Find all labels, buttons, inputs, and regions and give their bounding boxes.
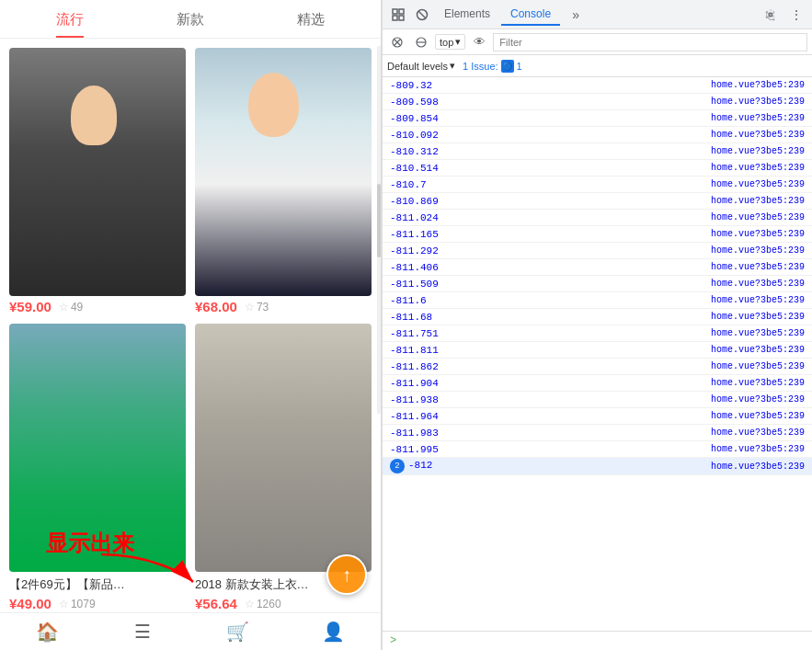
devtools-settings-icon[interactable] <box>760 4 782 26</box>
console-log[interactable]: -809.32home.vue?3be5:239-809.598home.vue… <box>383 77 812 631</box>
log-link[interactable]: home.vue?3be5:239 <box>711 179 805 189</box>
log-row: -811.811home.vue?3be5:239 <box>383 342 812 359</box>
log-value: -811.751 <box>390 328 711 339</box>
log-link[interactable]: home.vue?3be5:239 <box>711 80 805 90</box>
log-value: -811.6 <box>390 295 711 306</box>
nav-profile[interactable]: 👤 <box>286 621 382 643</box>
log-value: 2-812 <box>390 459 711 473</box>
log-value: -811.964 <box>390 411 711 422</box>
log-link[interactable]: home.vue?3be5:239 <box>711 163 805 173</box>
tab-bar: 流行 新款 精选 <box>0 0 381 39</box>
product-meta-4: ¥56.64 ☆ 1260 <box>195 596 372 611</box>
log-link[interactable]: home.vue?3be5:239 <box>711 130 805 140</box>
log-value: -809.598 <box>390 97 711 108</box>
log-value: -811.983 <box>390 428 711 439</box>
log-row: -811.904home.vue?3be5:239 <box>383 375 812 392</box>
nav-home[interactable]: 🏠 <box>0 621 96 643</box>
context-dropdown[interactable]: top ▾ <box>435 34 465 50</box>
scroll-thumb[interactable] <box>377 184 381 257</box>
product-card-1[interactable]: ¥59.00 ☆ 49 <box>5 43 190 319</box>
log-link[interactable]: home.vue?3be5:239 <box>711 279 805 289</box>
product-meta-2: ¥68.00 ☆ 73 <box>195 299 372 314</box>
log-row: -811.751home.vue?3be5:239 <box>383 325 812 342</box>
annotation-arrow <box>92 545 202 595</box>
product-stars-3: ☆ 1079 <box>59 598 96 610</box>
log-link[interactable]: home.vue?3be5:239 <box>711 245 805 256</box>
log-link[interactable]: home.vue?3be5:239 <box>711 312 805 322</box>
product-image-4 <box>195 324 372 572</box>
log-value: -811.68 <box>390 312 711 323</box>
log-value: -809.854 <box>390 113 711 124</box>
nav-menu[interactable]: ☰ <box>96 621 191 643</box>
nav-cart[interactable]: 🛒 <box>190 621 286 643</box>
log-link[interactable]: home.vue?3be5:239 <box>711 295 805 305</box>
tab-trending[interactable]: 流行 <box>9 0 130 38</box>
devtools-tab-elements[interactable]: Elements <box>435 4 499 26</box>
log-link[interactable]: home.vue?3be5:239 <box>711 394 805 405</box>
devtools-tab-console[interactable]: Console <box>501 4 560 26</box>
log-row: -811.983home.vue?3be5:239 <box>383 425 812 441</box>
devtools-block-icon[interactable] <box>411 4 433 26</box>
log-link[interactable]: home.vue?3be5:239 <box>711 196 805 206</box>
product-price-4: ¥56.64 <box>195 596 237 611</box>
back-to-top-button[interactable]: ↑ <box>326 554 367 595</box>
log-row: -810.869home.vue?3be5:239 <box>383 193 812 210</box>
product-price-2: ¥68.00 <box>195 299 237 314</box>
log-row: 2-812home.vue?3be5:239 <box>383 458 812 475</box>
log-link[interactable]: home.vue?3be5:239 <box>711 345 805 355</box>
issue-icon: 🔵 <box>501 60 514 73</box>
product-card-2[interactable]: ¥68.00 ☆ 73 <box>190 43 376 319</box>
console-block-btn[interactable] <box>411 32 431 52</box>
log-row: -811.964home.vue?3be5:239 <box>383 408 812 425</box>
prompt-symbol: > <box>390 634 396 647</box>
log-link[interactable]: home.vue?3be5:239 <box>711 428 805 438</box>
tab-featured[interactable]: 精选 <box>251 0 372 38</box>
log-row: -811.292home.vue?3be5:239 <box>383 243 812 259</box>
log-row: -811.68home.vue?3be5:239 <box>383 309 812 325</box>
log-value: -810.7 <box>390 179 711 190</box>
log-value: -811.292 <box>390 245 711 257</box>
log-link[interactable]: home.vue?3be5:239 <box>711 146 805 156</box>
product-meta-3: ¥49.00 ☆ 1079 <box>9 596 186 611</box>
log-link[interactable]: home.vue?3be5:239 <box>711 229 805 239</box>
tab-new[interactable]: 新款 <box>130 0 250 38</box>
console-clear-btn[interactable] <box>387 32 407 52</box>
log-link[interactable]: home.vue?3be5:239 <box>711 378 805 388</box>
devtools-more-tabs-icon[interactable]: » <box>565 4 587 26</box>
log-link[interactable]: home.vue?3be5:239 <box>711 97 805 107</box>
log-link[interactable]: home.vue?3be5:239 <box>711 113 805 123</box>
log-row: -811.406home.vue?3be5:239 <box>383 259 812 276</box>
log-row: -811.6home.vue?3be5:239 <box>383 292 812 309</box>
devtools-tab-bar: Elements Console » ⋮ <box>383 0 812 29</box>
star-icon-2: ☆ <box>245 301 255 314</box>
log-value: -811.938 <box>390 394 711 405</box>
log-row: -810.312home.vue?3be5:239 <box>383 143 812 160</box>
log-value: -811.165 <box>390 229 711 240</box>
eye-icon[interactable]: 👁 <box>469 32 489 52</box>
log-link[interactable]: home.vue?3be5:239 <box>711 411 805 421</box>
devtools-inspect-icon[interactable] <box>387 4 409 26</box>
product-image-2 <box>195 48 372 296</box>
log-value: -810.869 <box>390 196 711 207</box>
devtools-more-options-icon[interactable]: ⋮ <box>785 4 807 26</box>
log-row: -809.854home.vue?3be5:239 <box>383 110 812 127</box>
log-value: -811.509 <box>390 279 711 290</box>
log-link[interactable]: home.vue?3be5:239 <box>711 444 805 454</box>
log-value: -810.092 <box>390 130 711 141</box>
filter-input[interactable] <box>493 33 807 51</box>
svg-rect-4 <box>399 16 404 20</box>
product-price-1: ¥59.00 <box>9 299 51 314</box>
bottom-nav: 🏠 ☰ 🛒 👤 <box>0 612 381 650</box>
log-value: -811.862 <box>390 361 711 372</box>
log-link[interactable]: home.vue?3be5:239 <box>711 328 805 338</box>
levels-dropdown[interactable]: Default levels ▾ <box>387 60 455 72</box>
console-prompt[interactable]: > <box>383 631 812 650</box>
log-link[interactable]: home.vue?3be5:239 <box>711 361 805 371</box>
log-row: -811.938home.vue?3be5:239 <box>383 392 812 408</box>
levels-chevron-icon: ▾ <box>450 60 455 72</box>
log-link[interactable]: home.vue?3be5:239 <box>711 462 805 472</box>
log-link[interactable]: home.vue?3be5:239 <box>711 262 805 272</box>
log-value: -811.811 <box>390 345 711 356</box>
product-stars-4: ☆ 1260 <box>245 598 281 610</box>
log-link[interactable]: home.vue?3be5:239 <box>711 212 805 222</box>
